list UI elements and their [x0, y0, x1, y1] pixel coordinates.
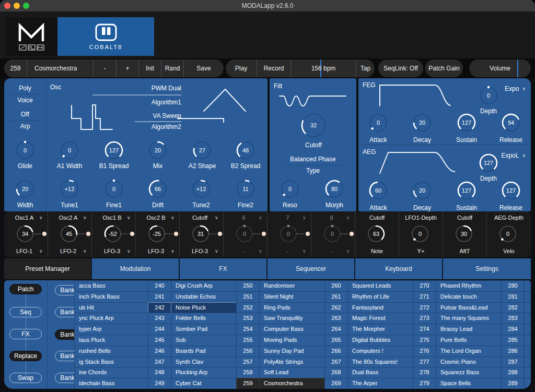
mod-destination-label[interactable]: 6	[229, 215, 259, 221]
volume-slider-handle[interactable]	[517, 60, 518, 77]
preset-number-cell[interactable]: 284	[501, 324, 525, 335]
a2-shape-knob[interactable]: 27	[192, 140, 213, 161]
mode-patch-button[interactable]: Patch	[9, 284, 42, 294]
patch-name[interactable]: Cosmorchestra	[27, 60, 94, 77]
mod-amount-knob[interactable]: 45	[59, 224, 79, 244]
mode-seq-button[interactable]: Seq	[9, 307, 42, 317]
action-replace-button[interactable]: Replace	[9, 351, 42, 361]
mod-slot-8[interactable]: 8∨0-∨	[311, 211, 355, 257]
preset-number-cell[interactable]: 260	[324, 280, 348, 292]
preset-name-cell[interactable]: Squared Leads	[347, 280, 413, 292]
preset-number-cell[interactable]: 282	[501, 302, 525, 314]
save-button[interactable]: Save	[184, 60, 224, 77]
preset-number-cell[interactable]: 288	[501, 367, 525, 378]
tab-fx[interactable]: FX	[180, 258, 268, 279]
preset-number-cell[interactable]: 285	[501, 335, 525, 346]
preset-name-cell[interactable]: Space Bells	[436, 378, 502, 389]
mod-source-label[interactable]: -	[317, 248, 346, 254]
preset-number-cell[interactable]: 267	[324, 357, 348, 368]
preset-number-cell[interactable]: 269	[324, 378, 348, 389]
preset-name-cell[interactable]: The Lord Organ	[436, 346, 502, 357]
preset-name-cell[interactable]	[524, 280, 531, 292]
patch-gain-button[interactable]: Patch Gain	[425, 60, 463, 77]
preset-name-cell[interactable]: rushed Bells	[74, 346, 148, 357]
rand-button[interactable]: Rand	[161, 60, 184, 77]
preset-name-cell[interactable]: Computer Bass	[259, 324, 325, 335]
preset-number-cell[interactable]: 286	[501, 346, 525, 357]
mod-amount-knob[interactable]: 63	[366, 224, 386, 244]
preset-number-cell[interactable]: 265	[324, 335, 348, 346]
preset-name-cell[interactable]: Plucking Arp	[171, 367, 237, 378]
preset-number-cell[interactable]: 259	[236, 378, 260, 389]
preset-number-cell[interactable]: 277	[413, 357, 436, 368]
mod-patch-dot[interactable]	[340, 231, 356, 237]
preset-number-cell[interactable]: 248	[148, 367, 171, 378]
preset-name-cell[interactable]: Brassy Lead	[436, 324, 502, 335]
mod-amount-knob[interactable]: 30	[454, 224, 474, 244]
mod-amount-knob[interactable]: -52	[103, 224, 123, 244]
algorithm1-value[interactable]: PWM Dual	[129, 85, 181, 92]
mod-amount-knob[interactable]: 34	[15, 224, 35, 244]
preset-name-cell[interactable]: Cosmorchestra	[259, 378, 325, 389]
mod-amount-knob[interactable]: 0	[322, 224, 342, 244]
mod-amount-knob[interactable]: 0	[278, 224, 298, 244]
preset-number-cell[interactable]: 253	[236, 313, 260, 324]
preset-number-cell[interactable]: 245	[148, 335, 171, 346]
feg-decay-knob[interactable]: 20	[412, 112, 433, 133]
mod-slot-2[interactable]: Osc2 A∨45LFO-2∨	[48, 211, 92, 257]
mod-amount-knob[interactable]: 0	[498, 224, 518, 244]
mod-source-label[interactable]: LFO-3	[185, 248, 215, 254]
preset-name-cell[interactable]: inch Pluck Bass	[74, 291, 148, 303]
preset-name-cell[interactable]	[524, 367, 531, 378]
preset-number-cell[interactable]: 263	[324, 313, 348, 324]
drift-knob[interactable]: 66	[147, 179, 168, 199]
filter-type-value[interactable]: Balanced Phase	[276, 156, 350, 163]
preset-number-cell[interactable]: 289	[501, 378, 525, 389]
mod-patch-dot[interactable]	[165, 231, 180, 237]
preset-name-cell[interactable]	[524, 291, 531, 303]
preset-number-cell[interactable]: 281	[501, 291, 525, 303]
preset-name-cell[interactable]	[524, 335, 531, 346]
preset-number-cell[interactable]: 256	[236, 346, 260, 357]
preset-name-cell[interactable]: Computers !	[347, 346, 413, 357]
preset-name-cell[interactable]: lyper Arp	[74, 324, 148, 335]
play-button[interactable]: Play	[226, 60, 257, 77]
feg-sustain-knob[interactable]: 127	[456, 112, 477, 133]
mod-source-label[interactable]: LFO-3	[97, 248, 127, 254]
aeg-depth-knob[interactable]: 127	[478, 152, 499, 173]
b2-spread-knob[interactable]: 48	[235, 140, 256, 161]
preset-name-cell[interactable]: Randomiser	[259, 280, 325, 292]
preset-name-cell[interactable]: Noise Pluck	[171, 302, 237, 314]
feg-attack-knob[interactable]: 0	[368, 112, 389, 133]
record-button[interactable]: Record	[257, 60, 291, 77]
fine1-knob[interactable]: 0	[103, 179, 124, 199]
preset-name-cell[interactable]: Magic Forest	[347, 313, 413, 324]
poly-mode-value[interactable]: Poly	[4, 85, 46, 92]
b1-spread-knob[interactable]: 127	[103, 140, 124, 161]
preset-name-cell[interactable]: Boards Pad	[171, 346, 237, 357]
preset-name-cell[interactable]: Phased Rhythm	[436, 280, 502, 292]
a1-width-knob[interactable]: 0	[59, 140, 80, 161]
mod-amount-knob[interactable]: -25	[147, 224, 167, 244]
preset-name-cell[interactable]: ine Chords	[74, 367, 148, 378]
aeg-release-knob[interactable]: 127	[501, 180, 521, 201]
preset-name-cell[interactable]: Saw Tranquility	[259, 313, 325, 324]
mod-destination-label[interactable]: Osc1 A	[9, 215, 39, 221]
morph-knob[interactable]: 80	[324, 179, 345, 199]
preset-name-cell[interactable]: Unstable Echos	[171, 291, 237, 303]
preset-name-cell[interactable]: Pulsar Bass&Lead	[436, 302, 502, 314]
preset-number-cell[interactable]: 280	[501, 280, 525, 292]
preset-number-cell[interactable]: 240	[148, 280, 171, 292]
mod-slot-3[interactable]: Osc1 B∨-52LFO-3∨	[92, 211, 136, 257]
preset-number-cell[interactable]: 268	[324, 367, 348, 378]
preset-name-cell[interactable]: The Arper	[347, 378, 413, 389]
mod-destination-label[interactable]: 8	[317, 215, 346, 221]
preset-name-cell[interactable]: Digi Crush Arp	[171, 280, 237, 292]
cutoff-knob[interactable]: 32	[300, 112, 327, 139]
preset-number-cell[interactable]: 279	[413, 378, 436, 389]
preset-number-cell[interactable]: 246	[148, 346, 171, 357]
algorithm2-value[interactable]: VA Sweep	[129, 112, 181, 120]
preset-number-cell[interactable]: 271	[413, 291, 436, 303]
mod-slot-10[interactable]: LFO1-Depth0Y+	[399, 211, 443, 257]
preset-name-cell[interactable]: ub Hit	[74, 302, 148, 314]
